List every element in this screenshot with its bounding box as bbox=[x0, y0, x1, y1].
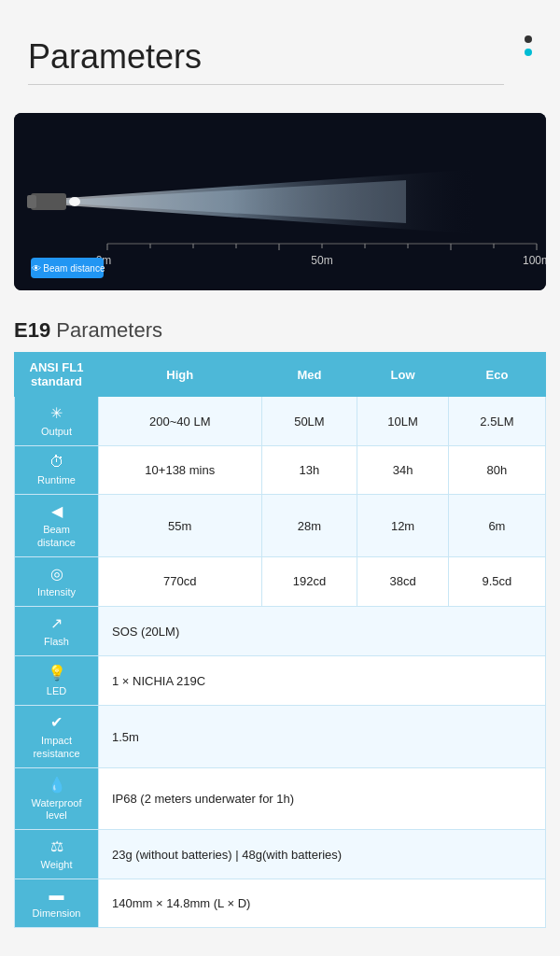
row-value-cell: 55m bbox=[99, 495, 262, 556]
row-value-cell: 50LM bbox=[261, 397, 357, 446]
product-title: E19 Parameters bbox=[14, 318, 546, 343]
row-label-cell: ⏱Runtime bbox=[15, 446, 99, 495]
row-label-text: Output bbox=[41, 426, 72, 438]
svg-text:100m: 100m bbox=[523, 254, 546, 267]
row-icon: ◀ bbox=[51, 502, 63, 520]
row-icon: ⚖ bbox=[50, 837, 63, 855]
row-label-text: Flash bbox=[44, 636, 69, 648]
params-table: ANSI FL1 standard High Med Low Eco ✳Outp… bbox=[14, 352, 546, 928]
row-value-cell: 6m bbox=[448, 495, 545, 556]
dot-dark-icon bbox=[525, 35, 532, 43]
row-wide-value: 1 × NICHIA 219C bbox=[99, 656, 546, 706]
row-value-cell: 38cd bbox=[357, 556, 449, 606]
svg-text:👁 Beam distance: 👁 Beam distance bbox=[32, 263, 105, 274]
row-value-cell: 34h bbox=[357, 446, 449, 495]
row-label-text: Intensity bbox=[37, 586, 76, 598]
beam-image-section: 0m 50m 100m 👁 Beam distance bbox=[14, 113, 546, 290]
row-icon: ✳ bbox=[50, 404, 63, 422]
table-header-row: ANSI FL1 standard High Med Low Eco bbox=[15, 353, 546, 397]
row-icon: ⏱ bbox=[49, 454, 64, 471]
table-row: ⏱Runtime10+138 mins13h34h80h bbox=[15, 446, 546, 495]
row-icon: 💡 bbox=[48, 664, 66, 682]
table-row: 💧Waterproof levelIP68 (2 meters underwat… bbox=[15, 767, 546, 829]
row-value-cell: 80h bbox=[448, 446, 545, 495]
row-icon: 💧 bbox=[48, 776, 66, 794]
table-row: ◀Beam distance55m28m12m6m bbox=[15, 495, 546, 556]
header-dots bbox=[525, 35, 532, 56]
table-row: ✳Output200~40 LM50LM10LM2.5LM bbox=[15, 397, 546, 446]
row-value-cell: 192cd bbox=[261, 556, 357, 606]
row-icon: ↗ bbox=[50, 614, 63, 632]
col-header-high: High bbox=[99, 353, 262, 397]
table-row: 💡LED1 × NICHIA 219C bbox=[15, 656, 546, 706]
row-value-cell: 12m bbox=[357, 495, 449, 556]
row-label-text: Dimension bbox=[33, 907, 81, 920]
row-value-cell: 10LM bbox=[357, 397, 449, 446]
row-wide-value: SOS (20LM) bbox=[99, 606, 546, 655]
svg-point-5 bbox=[69, 197, 80, 206]
table-row: ◎Intensity770cd192cd38cd9.5cd bbox=[15, 556, 546, 606]
row-label-text: Runtime bbox=[37, 474, 76, 486]
row-value-cell: 200~40 LM bbox=[99, 397, 262, 446]
row-label-cell: ◀Beam distance bbox=[15, 495, 99, 556]
table-row: ↗FlashSOS (20LM) bbox=[15, 606, 546, 655]
row-wide-value: 140mm × 14.8mm (L × D) bbox=[99, 879, 546, 928]
dot-cyan-icon bbox=[525, 49, 532, 56]
row-label-cell: ✳Output bbox=[15, 397, 99, 446]
row-label-cell: ↗Flash bbox=[15, 606, 99, 655]
row-label-cell: ✔Impact resistance bbox=[15, 706, 99, 767]
row-wide-value: 1.5m bbox=[99, 706, 546, 767]
row-icon: ▬ bbox=[49, 887, 64, 904]
svg-rect-2 bbox=[27, 195, 36, 208]
col-header-standard: ANSI FL1 standard bbox=[15, 353, 99, 397]
row-value-cell: 9.5cd bbox=[448, 556, 545, 606]
row-label-text: LED bbox=[47, 685, 66, 697]
table-row: ⚖Weight23g (without batteries) | 48g(wit… bbox=[15, 830, 546, 879]
page-title: Parameters bbox=[28, 37, 504, 85]
svg-text:50m: 50m bbox=[311, 254, 332, 267]
beam-svg: 0m 50m 100m 👁 Beam distance bbox=[14, 113, 546, 290]
row-label-text: Beam distance bbox=[24, 524, 89, 548]
params-section: E19 Parameters ANSI FL1 standard High Me… bbox=[0, 309, 560, 947]
row-label-cell: ◎Intensity bbox=[15, 556, 99, 606]
col-header-med: Med bbox=[261, 353, 357, 397]
header-section: Parameters bbox=[0, 0, 560, 94]
row-label-text: Waterproof level bbox=[24, 797, 89, 822]
row-wide-value: 23g (without batteries) | 48g(with batte… bbox=[99, 830, 546, 879]
row-label-cell: ⚖Weight bbox=[15, 830, 99, 879]
col-header-low: Low bbox=[357, 353, 449, 397]
page: Parameters bbox=[0, 0, 560, 947]
row-wide-value: IP68 (2 meters underwater for 1h) bbox=[99, 767, 546, 829]
row-value-cell: 770cd bbox=[99, 556, 262, 606]
product-section-title: Parameters bbox=[56, 318, 162, 342]
row-label-cell: 💡LED bbox=[15, 656, 99, 706]
row-value-cell: 13h bbox=[261, 446, 357, 495]
row-value-cell: 28m bbox=[261, 495, 357, 556]
row-icon: ◎ bbox=[50, 565, 63, 583]
col-header-eco: Eco bbox=[448, 353, 545, 397]
row-label-text: Impact resistance bbox=[24, 735, 89, 759]
row-label-cell: ▬Dimension bbox=[15, 879, 99, 928]
row-value-cell: 2.5LM bbox=[448, 397, 545, 446]
row-icon: ✔ bbox=[50, 713, 63, 731]
product-code: E19 bbox=[14, 318, 50, 342]
row-label-text: Weight bbox=[40, 859, 72, 871]
row-value-cell: 10+138 mins bbox=[99, 446, 262, 495]
table-row: ✔Impact resistance1.5m bbox=[15, 706, 546, 767]
row-label-cell: 💧Waterproof level bbox=[15, 767, 99, 829]
table-row: ▬Dimension140mm × 14.8mm (L × D) bbox=[15, 879, 546, 928]
